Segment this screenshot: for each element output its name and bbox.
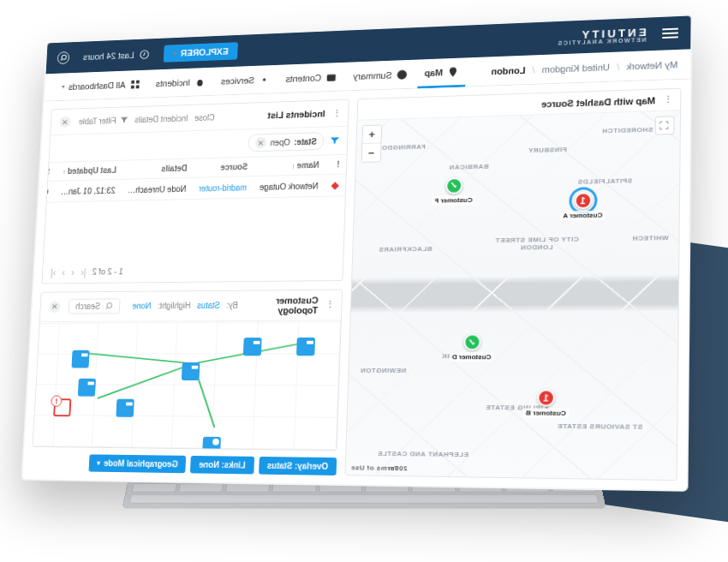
topology-node[interactable]: [182, 362, 200, 380]
terms-link[interactable]: Terms of Use: [350, 463, 398, 472]
col-source[interactable]: Source: [193, 158, 254, 178]
col-severity[interactable]: !: [325, 155, 347, 175]
search-icon: [104, 302, 113, 310]
col-updated[interactable]: Last Updated↑: [56, 161, 123, 182]
tab-summary[interactable]: Summary: [346, 59, 415, 91]
topology-node[interactable]: [116, 398, 134, 416]
tab-incidents[interactable]: Incidents: [149, 67, 212, 98]
zoom-out-button[interactable]: −: [362, 143, 381, 161]
filter-table-button[interactable]: Filter Table: [79, 115, 129, 126]
map-marker-customer-a[interactable]: 1 Customer A: [560, 192, 606, 220]
topology-node[interactable]: [243, 338, 262, 356]
district-label: ELEPHANT AND CASTLE: [377, 450, 468, 458]
incidents-table: ! Name↕ Source Details Last Updated↑ Sta…: [44, 155, 347, 203]
pager-label: 1 - 2 of 2: [92, 267, 123, 277]
info-icon: [396, 69, 408, 81]
topology-canvas[interactable]: [33, 320, 340, 450]
zoom-control: + −: [361, 125, 383, 163]
tab-contents[interactable]: Contents: [279, 62, 344, 93]
clock-icon: [139, 49, 150, 60]
topology-search[interactable]: Search: [69, 298, 121, 314]
district-label: NEWINGTON: [361, 367, 407, 374]
district-label: FINSBURY: [528, 146, 567, 155]
breadcrumb[interactable]: London: [491, 65, 525, 76]
gear-icon: [259, 74, 271, 85]
svg-rect-6: [136, 80, 140, 83]
district-label: BARBICAN: [449, 162, 489, 170]
district-label: BLACKFRIARS: [379, 245, 432, 254]
filter-icon[interactable]: [329, 135, 341, 146]
svg-point-18: [212, 438, 219, 445]
by-value[interactable]: Status: [197, 301, 220, 310]
tab-map[interactable]: Map: [417, 57, 466, 88]
folder-icon: [325, 71, 337, 83]
highlight-value[interactable]: None: [132, 302, 152, 311]
panel-menu-icon[interactable]: ⋮: [325, 299, 335, 310]
pager-next-icon[interactable]: ›: [62, 266, 65, 278]
map-panel: ⋮ Map with Dashlet Source ⛶ SHOREDITCH F…: [344, 88, 681, 481]
tab-dashboards[interactable]: All Dashboards ▾: [55, 69, 147, 101]
breadcrumb[interactable]: United Kingdom: [542, 62, 611, 74]
district-label: SPITALFIELDS: [577, 176, 632, 185]
svg-rect-3: [327, 74, 336, 81]
svg-line-14: [84, 353, 194, 363]
svg-line-13: [98, 363, 194, 398]
map-marker-customer-f[interactable]: ✓ Customer F: [432, 176, 475, 205]
zoom-in-button[interactable]: +: [362, 126, 381, 144]
topology-node[interactable]: [78, 378, 96, 396]
pager-prev-icon[interactable]: ‹: [71, 266, 75, 278]
topology-node[interactable]: [202, 436, 221, 450]
overlay-button[interactable]: Overlay: Status: [259, 457, 337, 475]
chip-remove-icon[interactable]: ✕: [254, 137, 266, 148]
mode-button[interactable]: Geographical Mode▾: [88, 454, 186, 473]
panel-title: Incidents List: [267, 109, 325, 120]
panel-menu-icon[interactable]: ⋮: [331, 108, 342, 119]
fullscreen-icon[interactable]: ⛶: [655, 116, 675, 135]
map-marker-customer-b[interactable]: 1 Customer B: [523, 389, 570, 418]
map-marker-customer-d[interactable]: ✓ Customer D: [450, 334, 495, 362]
search-icon[interactable]: [57, 51, 70, 64]
topology-panel: ⋮ Customer Topology By: Status Highlight…: [33, 289, 343, 451]
explorer-button[interactable]: EXPLORER ▾: [163, 42, 238, 63]
panel-title: Map with Dashlet Source: [541, 95, 655, 109]
time-range[interactable]: Last 24 hours: [83, 49, 150, 63]
highlight-label: Highlight:: [158, 302, 191, 311]
brand-logo: ENTUITY NETWORK ANALYTICS: [557, 26, 647, 45]
svg-rect-8: [135, 85, 139, 88]
tab-services[interactable]: Services: [214, 64, 277, 95]
svg-rect-15: [307, 340, 313, 344]
svg-point-2: [397, 69, 407, 79]
topology-node[interactable]: [296, 337, 315, 355]
close-link[interactable]: Close: [194, 113, 215, 123]
col-state[interactable]: State: [44, 163, 57, 182]
grid-icon: [129, 79, 140, 90]
links-button[interactable]: Links: None: [190, 456, 254, 475]
incident-details-link[interactable]: Incident Details: [134, 114, 188, 124]
menu-icon[interactable]: [662, 28, 678, 39]
topology-node[interactable]: [71, 350, 89, 368]
severity-critical-icon: ◆: [331, 179, 339, 190]
district-label: WHITECH: [632, 234, 669, 242]
map-pin-icon: [447, 66, 459, 78]
district-label: FARRINGDON: [376, 143, 426, 152]
pager: 1 - 2 of 2 |‹ ‹ › ›|: [42, 258, 343, 283]
svg-point-4: [263, 78, 266, 81]
breadcrumb[interactable]: My Network: [626, 59, 677, 71]
pager-first-icon[interactable]: |‹: [81, 266, 87, 278]
svg-point-10: [106, 302, 111, 308]
district-label: CITY OF LIME STREET LONDON: [489, 236, 585, 252]
col-details[interactable]: Details: [122, 158, 194, 179]
topology-node-alert[interactable]: [53, 398, 71, 416]
svg-rect-21: [87, 381, 94, 385]
pager-last-icon[interactable]: ›|: [51, 266, 57, 278]
col-name[interactable]: Name↕: [254, 155, 325, 176]
filter-chip-state[interactable]: State: Open ✕: [248, 132, 325, 152]
panel-title: Customer Topology: [244, 295, 319, 315]
panel-menu-icon[interactable]: ⋮: [662, 94, 673, 105]
geo-map[interactable]: ⛶ SHOREDITCH FINSBURY BARBICAN SPITALFIE…: [345, 111, 680, 480]
close-filters-icon[interactable]: ✕: [59, 117, 70, 128]
close-icon[interactable]: ✕: [49, 301, 60, 312]
svg-rect-9: [131, 85, 134, 88]
filter-icon: [119, 115, 128, 124]
district-label: SHOREDITCH: [602, 126, 653, 135]
